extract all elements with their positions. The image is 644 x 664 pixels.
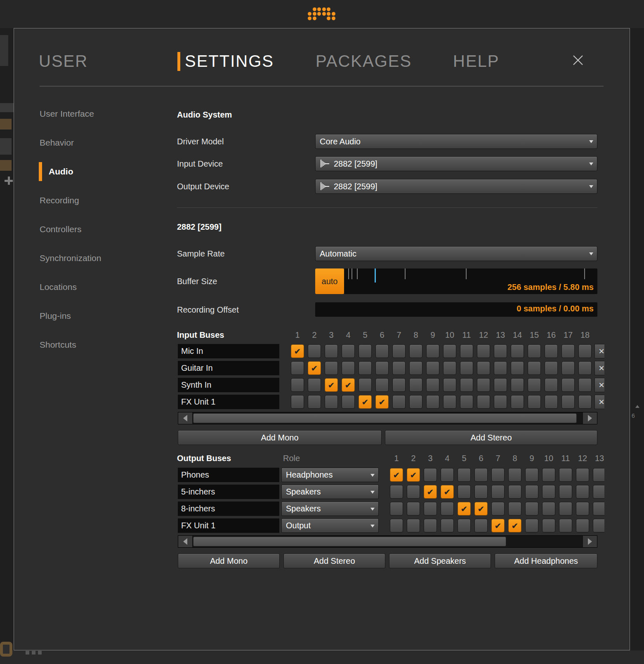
bus-checkbox[interactable] (392, 361, 406, 375)
bus-checkbox[interactable] (494, 344, 507, 358)
bus-checkbox[interactable] (525, 485, 538, 499)
bus-checkbox[interactable] (460, 361, 473, 375)
bus-checkbox[interactable] (390, 519, 403, 532)
bus-checkbox[interactable] (441, 468, 454, 482)
bus-checkbox[interactable] (494, 395, 507, 409)
bus-checkbox[interactable] (542, 502, 555, 516)
bus-checkbox[interactable] (511, 361, 524, 375)
bus-checkbox[interactable] (528, 395, 541, 409)
scroll-left-icon[interactable] (178, 412, 193, 424)
bus-checkbox[interactable] (545, 395, 558, 409)
add-add-mono-button[interactable]: Add Mono (178, 430, 382, 445)
output-bus-scrollbar[interactable] (178, 535, 597, 548)
output-device-select[interactable]: 2882 [2599] (315, 179, 597, 194)
bus-checkbox[interactable] (494, 361, 507, 375)
input-device-select[interactable]: 2882 [2599] (315, 156, 597, 171)
bus-checkbox[interactable] (528, 361, 541, 375)
bus-checkbox[interactable] (409, 361, 422, 375)
bus-checkbox[interactable] (441, 519, 454, 532)
bus-role-select[interactable]: Speakers (281, 502, 379, 516)
sidebar-item-user-interface[interactable]: User Interface (40, 108, 94, 119)
bus-checkbox[interactable] (342, 361, 355, 375)
delete-bus-button[interactable]: ✕ (594, 344, 604, 358)
bus-checkbox[interactable] (511, 344, 524, 358)
bus-role-select[interactable]: Headphones (281, 468, 379, 482)
bus-checkbox[interactable] (458, 485, 471, 499)
sidebar-item-locations[interactable]: Locations (40, 282, 77, 292)
sample-rate-select[interactable]: Automatic (315, 246, 597, 261)
bus-role-select[interactable]: Speakers (281, 485, 379, 499)
sidebar-item-recording[interactable]: Recording (40, 195, 79, 206)
bus-checkbox[interactable] (578, 395, 592, 409)
bus-checkbox[interactable] (443, 344, 456, 358)
bus-checkbox[interactable] (561, 344, 575, 358)
bus-checkbox[interactable] (426, 344, 439, 358)
scrollbar-thumb[interactable] (193, 537, 506, 546)
bus-checkbox[interactable] (559, 519, 572, 532)
bus-checkbox[interactable] (390, 502, 403, 516)
bus-checkbox[interactable] (494, 378, 507, 392)
bus-checkbox[interactable] (511, 378, 524, 392)
bus-checkbox[interactable] (525, 502, 538, 516)
bus-checkbox[interactable] (392, 395, 406, 409)
bus-checkbox[interactable] (576, 485, 589, 499)
bus-checkbox[interactable] (542, 468, 555, 482)
bus-checkbox[interactable] (477, 361, 490, 375)
bus-checkbox[interactable] (308, 344, 321, 358)
tab-user[interactable]: USER (39, 51, 88, 71)
bus-checkbox[interactable] (477, 344, 490, 358)
bus-checkbox[interactable] (441, 502, 454, 516)
bus-checkbox[interactable] (508, 485, 521, 499)
tab-help[interactable]: HELP (453, 51, 500, 71)
bus-checkbox[interactable] (474, 485, 488, 499)
bus-checkbox[interactable] (593, 519, 604, 532)
bus-checkbox[interactable] (375, 361, 389, 375)
bus-checkbox[interactable] (359, 344, 372, 358)
tab-packages[interactable]: PACKAGES (316, 51, 412, 71)
bus-checkbox[interactable]: ✔ (390, 468, 403, 482)
bus-checkbox[interactable]: ✔ (424, 485, 437, 499)
bus-checkbox[interactable] (424, 468, 437, 482)
bus-checkbox[interactable] (375, 378, 389, 392)
close-icon[interactable] (572, 54, 584, 66)
bus-checkbox[interactable] (409, 395, 422, 409)
bus-checkbox[interactable] (576, 519, 589, 532)
bus-role-select[interactable]: Output (281, 518, 379, 533)
bus-checkbox[interactable] (291, 361, 304, 375)
bus-checkbox[interactable] (359, 361, 372, 375)
bus-checkbox[interactable] (443, 378, 456, 392)
bus-checkbox[interactable] (511, 395, 524, 409)
bus-checkbox[interactable] (460, 344, 473, 358)
delete-bus-button[interactable]: ✕ (594, 395, 604, 409)
bus-checkbox[interactable] (458, 519, 471, 532)
bus-checkbox[interactable] (525, 519, 538, 532)
bus-checkbox[interactable] (542, 519, 555, 532)
scroll-right-icon[interactable] (583, 412, 597, 424)
bus-checkbox[interactable] (443, 361, 456, 375)
bus-checkbox[interactable] (460, 395, 473, 409)
scroll-right-icon[interactable] (583, 536, 597, 547)
bus-checkbox[interactable]: ✔ (342, 378, 355, 392)
bus-checkbox[interactable]: ✔ (441, 485, 454, 499)
add-add-headphones-button[interactable]: Add Headphones (495, 553, 597, 568)
bus-checkbox[interactable] (342, 395, 355, 409)
bus-checkbox[interactable]: ✔ (491, 519, 505, 532)
bus-checkbox[interactable]: ✔ (407, 468, 420, 482)
bus-checkbox[interactable] (325, 361, 338, 375)
bus-checkbox[interactable] (477, 395, 490, 409)
sidebar-item-shortcuts[interactable]: Shortcuts (40, 339, 76, 350)
sidebar-item-plug-ins[interactable]: Plug-ins (40, 311, 71, 321)
bus-checkbox[interactable] (578, 378, 592, 392)
bus-checkbox[interactable] (545, 378, 558, 392)
bus-checkbox[interactable] (390, 485, 403, 499)
bus-checkbox[interactable] (291, 378, 304, 392)
bus-checkbox[interactable] (477, 378, 490, 392)
sidebar-item-controllers[interactable]: Controllers (40, 224, 82, 235)
bus-checkbox[interactable] (528, 344, 541, 358)
bus-checkbox[interactable]: ✔ (508, 519, 521, 532)
recording-offset-field[interactable]: 0 samples / 0.00 ms (315, 302, 597, 317)
bus-checkbox[interactable]: ✔ (325, 378, 338, 392)
bus-checkbox[interactable] (545, 344, 558, 358)
bus-checkbox[interactable]: ✔ (474, 502, 488, 516)
bus-checkbox[interactable]: ✔ (375, 395, 389, 409)
